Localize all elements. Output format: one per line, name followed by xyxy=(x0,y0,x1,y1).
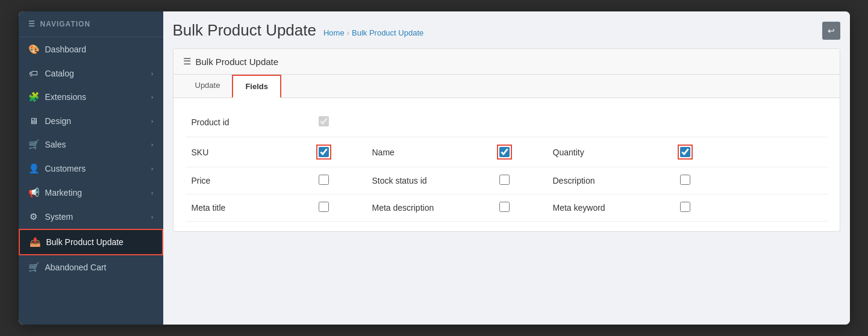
table-row: Price Stock status id Descri xyxy=(186,167,828,194)
breadcrumb-home[interactable]: Home xyxy=(323,28,345,37)
tabs-bar: Update Fields xyxy=(173,75,840,98)
back-button[interactable]: ↩ xyxy=(822,22,840,40)
page-header: Bulk Product Update Home › Bulk Product … xyxy=(173,21,840,40)
checkbox-meta-description[interactable] xyxy=(499,202,510,212)
field-label-name: Name xyxy=(366,137,487,167)
checkbox-red-border-quantity xyxy=(678,145,693,160)
sales-icon: 🛒 xyxy=(28,139,39,150)
chevron-right-icon: › xyxy=(151,93,154,101)
list-icon: ☰ xyxy=(183,56,191,67)
marketing-icon: 📢 xyxy=(28,187,39,198)
sidebar-item-customers[interactable]: 👤 Customers › xyxy=(19,157,163,181)
hamburger-icon: ☰ xyxy=(28,20,36,28)
field-label-meta-keyword: Meta keyword xyxy=(547,194,667,222)
field-label-meta-title: Meta title xyxy=(186,194,306,222)
sidebar-item-dashboard[interactable]: 🎨 Dashboard xyxy=(19,37,163,61)
checkbox-meta-keyword[interactable] xyxy=(680,202,690,212)
breadcrumb-separator: › xyxy=(347,28,349,37)
fields-table: Product id xyxy=(186,108,828,222)
main-content: Bulk Product Update Home › Bulk Product … xyxy=(163,11,850,325)
chevron-right-icon: › xyxy=(151,165,154,172)
chevron-right-icon: › xyxy=(151,70,154,77)
field-label-price: Price xyxy=(186,167,306,194)
field-check-meta-desc xyxy=(487,194,523,222)
checkbox-description[interactable] xyxy=(680,175,690,185)
field-check-meta-title xyxy=(306,194,342,222)
field-label-sku: SKU xyxy=(186,137,306,167)
system-icon: ⚙ xyxy=(28,211,39,222)
app-window: ☰ NAVIGATION 🎨 Dashboard 🏷 Catalog › 🧩 E… xyxy=(19,11,850,325)
checkbox-red-border-sku xyxy=(316,145,331,160)
bulk-product-card: ☰ Bulk Product Update Update Fields xyxy=(173,48,840,232)
sidebar-item-design[interactable]: 🖥 Design › xyxy=(19,109,163,132)
field-check-stock-status xyxy=(487,167,523,194)
checkbox-quantity[interactable] xyxy=(680,147,690,157)
catalog-icon: 🏷 xyxy=(28,68,39,78)
field-label-description: Description xyxy=(547,167,667,194)
checkbox-red-border-name xyxy=(497,145,512,160)
extensions-icon: 🧩 xyxy=(28,92,39,102)
field-check-sku xyxy=(306,137,342,167)
field-check-quantity xyxy=(667,137,704,167)
field-check-product-id xyxy=(306,108,342,137)
checkbox-meta-title[interactable] xyxy=(319,202,329,212)
chevron-right-icon: › xyxy=(151,189,154,196)
sidebar-item-extensions[interactable]: 🧩 Extensions › xyxy=(19,85,163,109)
sidebar: ☰ NAVIGATION 🎨 Dashboard 🏷 Catalog › 🧩 E… xyxy=(19,11,163,325)
card-header: ☰ Bulk Product Update xyxy=(173,49,840,75)
checkbox-name[interactable] xyxy=(499,147,510,157)
checkbox-wrapper-product-id xyxy=(319,116,329,126)
checkbox-product-id[interactable] xyxy=(319,116,329,126)
back-arrow-icon: ↩ xyxy=(828,26,835,36)
page-title: Bulk Product Update xyxy=(173,21,316,40)
field-label-quantity: Quantity xyxy=(547,137,667,167)
tab-fields[interactable]: Fields xyxy=(232,75,281,98)
dashboard-icon: 🎨 xyxy=(28,44,39,55)
field-check-name xyxy=(487,137,523,167)
field-label-product-id: Product id xyxy=(186,108,306,137)
table-row: Meta title Meta description xyxy=(186,194,828,222)
chevron-right-icon: › xyxy=(151,213,154,220)
field-check-price xyxy=(306,167,342,194)
bulk-product-icon: 📤 xyxy=(30,237,40,247)
tab-update[interactable]: Update xyxy=(183,75,233,98)
checkbox-price[interactable] xyxy=(319,175,329,185)
checkbox-stock-status[interactable] xyxy=(499,175,510,185)
customers-icon: 👤 xyxy=(28,163,39,174)
page-title-area: Bulk Product Update Home › Bulk Product … xyxy=(173,21,424,40)
sidebar-item-system[interactable]: ⚙ System › xyxy=(19,205,163,229)
nav-header: ☰ NAVIGATION xyxy=(19,11,163,37)
checkbox-sku[interactable] xyxy=(319,147,329,157)
sidebar-item-abandoned-cart[interactable]: 🛒 Abandoned Cart xyxy=(19,255,163,279)
sidebar-item-sales[interactable]: 🛒 Sales › xyxy=(19,132,163,157)
field-label-meta-desc: Meta description xyxy=(366,194,487,222)
field-label-stock-status: Stock status id xyxy=(366,167,487,194)
chevron-right-icon: › xyxy=(151,141,154,148)
breadcrumb: Home › Bulk Product Update xyxy=(323,28,423,37)
table-row: SKU Name xyxy=(186,137,828,167)
sidebar-item-marketing[interactable]: 📢 Marketing › xyxy=(19,181,163,205)
table-row: Product id xyxy=(186,108,828,137)
design-icon: 🖥 xyxy=(28,116,39,126)
field-check-description xyxy=(667,167,704,194)
sidebar-item-bulk-product-update[interactable]: 📤 Bulk Product Update xyxy=(19,229,163,255)
abandoned-cart-icon: 🛒 xyxy=(28,262,39,273)
field-check-meta-keyword xyxy=(667,194,704,222)
breadcrumb-current[interactable]: Bulk Product Update xyxy=(352,28,423,37)
sidebar-item-catalog[interactable]: 🏷 Catalog › xyxy=(19,61,163,85)
fields-content: Product id xyxy=(173,98,840,231)
chevron-right-icon: › xyxy=(151,117,154,125)
